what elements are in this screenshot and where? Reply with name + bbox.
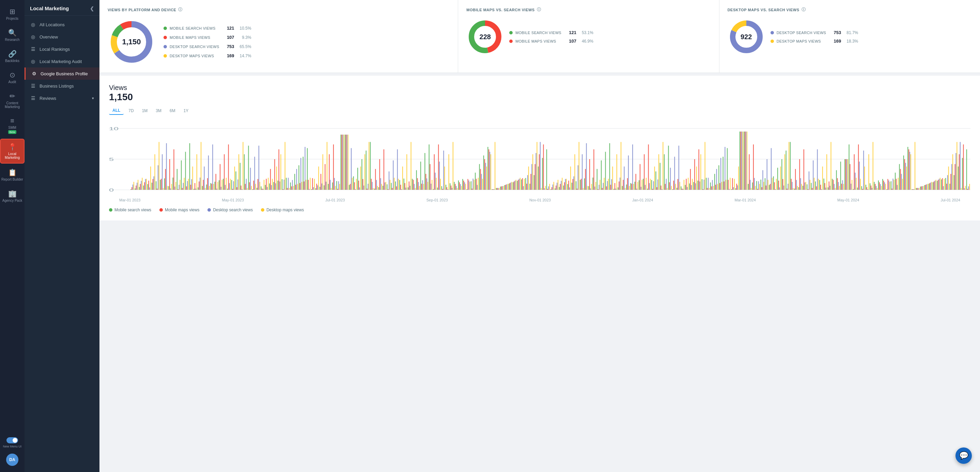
svg-rect-743 [895, 173, 896, 190]
svg-rect-505 [645, 185, 646, 190]
svg-rect-382 [516, 180, 516, 190]
sidebar-item-local-marketing-audit[interactable]: ◎ Local Marketing Audit [24, 55, 99, 67]
svg-rect-559 [702, 179, 702, 190]
svg-rect-373 [506, 184, 507, 190]
nav-item-local-marketing[interactable]: 📍 Local Marketing [0, 139, 24, 164]
nav-item-content-marketing[interactable]: ✏ Content Marketing [0, 89, 24, 112]
svg-rect-395 [529, 184, 530, 190]
svg-rect-49 [166, 143, 167, 190]
chart-legend-mobile-search-label: Mobile search views [115, 207, 151, 212]
svg-rect-239 [366, 151, 366, 190]
svg-rect-488 [627, 178, 628, 190]
nav-item-agency-pack[interactable]: 🏢 Agency Pack [0, 186, 24, 206]
svg-rect-378 [511, 182, 512, 190]
sidebar-item-local-rankings[interactable]: ☰ Local Rankings [24, 43, 99, 55]
chart-legend-desktop-maps: Desktop maps views [261, 207, 304, 212]
filter-6m[interactable]: 6M [166, 107, 179, 115]
nav-item-research[interactable]: 🔍 Research [0, 25, 24, 45]
svg-rect-649 [796, 180, 797, 190]
sidebar-item-overview[interactable]: ◎ Overview [24, 31, 99, 43]
nav-item-smm[interactable]: ≡ SMM Beta [0, 113, 24, 137]
smm-icon: ≡ [10, 117, 14, 125]
svg-rect-88 [207, 178, 208, 190]
chart-legend-mobile-search: Mobile search views [109, 207, 151, 212]
filter-1m[interactable]: 1M [138, 107, 151, 115]
sidebar-collapse-button[interactable]: ❮ [90, 6, 94, 11]
nav-item-backlinks[interactable]: 🔗 Backlinks [0, 46, 24, 66]
svg-rect-258 [386, 182, 386, 190]
svg-rect-540 [682, 188, 682, 190]
svg-rect-582 [725, 180, 726, 190]
svg-rect-132 [253, 181, 254, 190]
svg-rect-656 [803, 149, 804, 190]
nav-item-audit[interactable]: ⊙ Audit [0, 67, 24, 87]
svg-rect-309 [439, 161, 440, 190]
svg-rect-82 [200, 142, 201, 190]
svg-rect-776 [929, 183, 930, 190]
filter-1y[interactable]: 1Y [180, 107, 192, 115]
chat-button[interactable]: 💬 [956, 448, 972, 464]
svg-rect-122 [243, 142, 243, 190]
svg-rect-493 [632, 145, 633, 190]
svg-rect-442 [579, 142, 579, 190]
svg-rect-463 [601, 161, 601, 190]
desktop-maps-info-icon[interactable]: ⓘ [802, 7, 806, 13]
svg-rect-314 [444, 167, 445, 190]
svg-rect-180 [304, 181, 304, 190]
svg-rect-33 [149, 187, 150, 190]
svg-rect-581 [724, 147, 725, 190]
sidebar-item-business-listings[interactable]: ☰ Business Listings [24, 80, 99, 92]
nav-item-report-builder[interactable]: 📋 Report Builder [0, 165, 24, 185]
filter-all[interactable]: ALL [109, 107, 124, 115]
sidebar-item-all-locations[interactable]: ◎ All Locations [24, 18, 99, 31]
nav-item-projects[interactable]: ⊞ Projects [0, 4, 24, 24]
reviews-icon: ☰ [30, 96, 36, 101]
sidebar-item-google-business-profile[interactable]: ⚙ Google Business Profile [24, 67, 99, 80]
x-label-1: Mar-01 2023 [119, 198, 140, 202]
desktop-maps-dot [164, 54, 167, 57]
svg-rect-352 [484, 159, 485, 190]
svg-rect-592 [736, 184, 737, 190]
svg-rect-692 [842, 184, 842, 190]
svg-rect-686 [835, 188, 835, 190]
svg-rect-379 [513, 182, 513, 190]
svg-rect-573 [716, 169, 717, 190]
business-listings-icon: ☰ [30, 83, 36, 89]
views-by-platform-info-icon[interactable]: ⓘ [178, 7, 183, 13]
x-label-2: May-01 2023 [222, 198, 244, 202]
svg-rect-398 [532, 155, 533, 190]
svg-rect-470 [608, 179, 609, 190]
svg-rect-471 [609, 143, 610, 190]
new-menu-toggle[interactable]: New Menu UI [0, 435, 24, 451]
svg-rect-786 [940, 178, 940, 190]
mobile-maps-info-icon[interactable]: ⓘ [537, 7, 541, 13]
svg-rect-727 [878, 180, 879, 190]
svg-rect-46 [163, 188, 164, 190]
svg-rect-75 [194, 189, 194, 190]
filter-7d[interactable]: 7D [125, 107, 137, 115]
svg-rect-720 [871, 185, 871, 190]
svg-rect-181 [304, 147, 305, 190]
svg-rect-178 [301, 182, 302, 190]
filter-3m[interactable]: 3M [152, 107, 165, 115]
svg-rect-455 [592, 177, 593, 190]
svg-rect-209 [334, 178, 335, 190]
svg-rect-235 [361, 159, 362, 190]
sidebar-label-local-rankings: Local Rankings [40, 47, 70, 52]
svg-rect-438 [574, 155, 575, 190]
svg-rect-87 [206, 184, 207, 190]
svg-rect-672 [820, 185, 821, 190]
google-business-profile-icon: ⚙ [31, 71, 37, 77]
svg-rect-509 [649, 183, 649, 190]
svg-rect-45 [162, 155, 162, 190]
svg-rect-787 [941, 179, 942, 190]
svg-rect-204 [329, 155, 330, 190]
sidebar-item-reviews[interactable]: ☰ Reviews ▾ [24, 92, 99, 104]
sidebar-label-reviews: Reviews [40, 96, 56, 101]
svg-rect-760 [913, 189, 913, 190]
user-avatar[interactable]: DA [6, 454, 18, 466]
toggle-switch[interactable] [6, 437, 18, 443]
svg-rect-402 [536, 142, 537, 190]
svg-rect-694 [843, 184, 844, 190]
svg-rect-120 [241, 185, 242, 190]
